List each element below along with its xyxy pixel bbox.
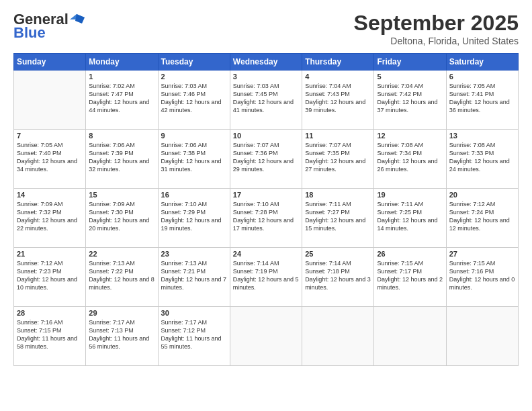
calendar-week-row: 28 Sunrise: 7:16 AM Sunset: 7:15 PM Dayl…	[14, 307, 519, 366]
day-number: 4	[305, 73, 371, 81]
day-number: 24	[233, 250, 299, 258]
col-thursday: Thursday	[302, 54, 374, 71]
day-info: Sunrise: 7:08 AM Sunset: 7:34 PM Dayligh…	[377, 141, 443, 174]
header: General Blue September 2025 Deltona, Flo…	[13, 11, 519, 46]
day-info: Sunrise: 7:15 AM Sunset: 7:17 PM Dayligh…	[377, 259, 443, 292]
table-row: 9 Sunrise: 7:06 AM Sunset: 7:38 PM Dayli…	[158, 130, 230, 189]
day-info: Sunrise: 7:11 AM Sunset: 7:25 PM Dayligh…	[377, 200, 443, 233]
day-info: Sunrise: 7:07 AM Sunset: 7:35 PM Dayligh…	[305, 141, 371, 174]
day-info: Sunrise: 7:17 AM Sunset: 7:13 PM Dayligh…	[89, 318, 154, 351]
table-row: 4 Sunrise: 7:04 AM Sunset: 7:43 PM Dayli…	[302, 71, 374, 130]
day-number: 17	[233, 191, 299, 199]
day-info: Sunrise: 7:03 AM Sunset: 7:45 PM Dayligh…	[233, 82, 299, 115]
day-number: 22	[89, 250, 154, 258]
day-info: Sunrise: 7:14 AM Sunset: 7:18 PM Dayligh…	[305, 259, 371, 292]
col-saturday: Saturday	[446, 54, 518, 71]
col-wednesday: Wednesday	[230, 54, 302, 71]
day-info: Sunrise: 7:15 AM Sunset: 7:16 PM Dayligh…	[449, 259, 515, 292]
table-row: 27 Sunrise: 7:15 AM Sunset: 7:16 PM Dayl…	[446, 248, 518, 307]
day-info: Sunrise: 7:05 AM Sunset: 7:41 PM Dayligh…	[449, 82, 515, 115]
day-number: 28	[17, 309, 83, 317]
table-row: 7 Sunrise: 7:05 AM Sunset: 7:40 PM Dayli…	[14, 130, 86, 189]
day-info: Sunrise: 7:02 AM Sunset: 7:47 PM Dayligh…	[89, 82, 154, 115]
day-info: Sunrise: 7:09 AM Sunset: 7:30 PM Dayligh…	[89, 200, 154, 233]
day-number: 23	[161, 250, 227, 258]
month-title: September 2025	[354, 11, 519, 36]
day-number: 18	[305, 191, 371, 199]
table-row: 13 Sunrise: 7:08 AM Sunset: 7:33 PM Dayl…	[446, 130, 518, 189]
day-number: 25	[305, 250, 371, 258]
day-info: Sunrise: 7:16 AM Sunset: 7:15 PM Dayligh…	[17, 318, 83, 351]
calendar-week-row: 14 Sunrise: 7:09 AM Sunset: 7:32 PM Dayl…	[14, 189, 519, 248]
day-number: 14	[17, 191, 83, 199]
day-number: 7	[17, 132, 83, 140]
table-row	[302, 307, 374, 366]
table-row: 5 Sunrise: 7:04 AM Sunset: 7:42 PM Dayli…	[374, 71, 446, 130]
day-number: 27	[449, 250, 515, 258]
logo-bird-icon	[70, 14, 85, 25]
day-info: Sunrise: 7:13 AM Sunset: 7:22 PM Dayligh…	[89, 259, 154, 292]
day-number: 5	[377, 73, 443, 81]
table-row: 12 Sunrise: 7:08 AM Sunset: 7:34 PM Dayl…	[374, 130, 446, 189]
title-block: September 2025 Deltona, Florida, United …	[354, 11, 519, 46]
svg-marker-1	[75, 14, 85, 24]
location: Deltona, Florida, United States	[354, 36, 519, 46]
day-number: 30	[161, 309, 227, 317]
col-monday: Monday	[86, 54, 158, 71]
day-number: 9	[161, 132, 227, 140]
day-info: Sunrise: 7:17 AM Sunset: 7:12 PM Dayligh…	[161, 318, 227, 351]
day-info: Sunrise: 7:03 AM Sunset: 7:46 PM Dayligh…	[161, 82, 227, 115]
day-info: Sunrise: 7:06 AM Sunset: 7:39 PM Dayligh…	[89, 141, 154, 174]
table-row: 29 Sunrise: 7:17 AM Sunset: 7:13 PM Dayl…	[86, 307, 158, 366]
table-row: 10 Sunrise: 7:07 AM Sunset: 7:36 PM Dayl…	[230, 130, 302, 189]
day-info: Sunrise: 7:10 AM Sunset: 7:28 PM Dayligh…	[233, 200, 299, 233]
day-number: 26	[377, 250, 443, 258]
calendar-week-row: 7 Sunrise: 7:05 AM Sunset: 7:40 PM Dayli…	[14, 130, 519, 189]
page: General Blue September 2025 Deltona, Flo…	[0, 0, 532, 411]
day-number: 6	[449, 73, 515, 81]
day-number: 8	[89, 132, 154, 140]
table-row: 23 Sunrise: 7:13 AM Sunset: 7:21 PM Dayl…	[158, 248, 230, 307]
table-row: 26 Sunrise: 7:15 AM Sunset: 7:17 PM Dayl…	[374, 248, 446, 307]
col-tuesday: Tuesday	[158, 54, 230, 71]
day-number: 16	[161, 191, 227, 199]
day-info: Sunrise: 7:14 AM Sunset: 7:19 PM Dayligh…	[233, 259, 299, 292]
day-number: 19	[377, 191, 443, 199]
table-row: 24 Sunrise: 7:14 AM Sunset: 7:19 PM Dayl…	[230, 248, 302, 307]
day-info: Sunrise: 7:12 AM Sunset: 7:23 PM Dayligh…	[17, 259, 83, 292]
table-row: 14 Sunrise: 7:09 AM Sunset: 7:32 PM Dayl…	[14, 189, 86, 248]
day-number: 13	[449, 132, 515, 140]
table-row: 25 Sunrise: 7:14 AM Sunset: 7:18 PM Dayl…	[302, 248, 374, 307]
table-row	[14, 71, 86, 130]
day-info: Sunrise: 7:04 AM Sunset: 7:43 PM Dayligh…	[305, 82, 371, 115]
table-row: 30 Sunrise: 7:17 AM Sunset: 7:12 PM Dayl…	[158, 307, 230, 366]
calendar-week-row: 1 Sunrise: 7:02 AM Sunset: 7:47 PM Dayli…	[14, 71, 519, 130]
table-row: 6 Sunrise: 7:05 AM Sunset: 7:41 PM Dayli…	[446, 71, 518, 130]
day-number: 10	[233, 132, 299, 140]
table-row: 18 Sunrise: 7:11 AM Sunset: 7:27 PM Dayl…	[302, 189, 374, 248]
table-row: 28 Sunrise: 7:16 AM Sunset: 7:15 PM Dayl…	[14, 307, 86, 366]
table-row: 1 Sunrise: 7:02 AM Sunset: 7:47 PM Dayli…	[86, 71, 158, 130]
table-row	[446, 307, 518, 366]
calendar-header-row: Sunday Monday Tuesday Wednesday Thursday…	[14, 54, 519, 71]
day-info: Sunrise: 7:04 AM Sunset: 7:42 PM Dayligh…	[377, 82, 443, 115]
table-row: 8 Sunrise: 7:06 AM Sunset: 7:39 PM Dayli…	[86, 130, 158, 189]
day-number: 20	[449, 191, 515, 199]
calendar-week-row: 21 Sunrise: 7:12 AM Sunset: 7:23 PM Dayl…	[14, 248, 519, 307]
table-row: 16 Sunrise: 7:10 AM Sunset: 7:29 PM Dayl…	[158, 189, 230, 248]
day-number: 29	[89, 309, 154, 317]
day-info: Sunrise: 7:11 AM Sunset: 7:27 PM Dayligh…	[305, 200, 371, 233]
table-row: 22 Sunrise: 7:13 AM Sunset: 7:22 PM Dayl…	[86, 248, 158, 307]
day-number: 3	[233, 73, 299, 81]
table-row: 3 Sunrise: 7:03 AM Sunset: 7:45 PM Dayli…	[230, 71, 302, 130]
logo-blue-text: Blue	[13, 24, 46, 42]
table-row: 20 Sunrise: 7:12 AM Sunset: 7:24 PM Dayl…	[446, 189, 518, 248]
table-row: 2 Sunrise: 7:03 AM Sunset: 7:46 PM Dayli…	[158, 71, 230, 130]
col-friday: Friday	[374, 54, 446, 71]
day-info: Sunrise: 7:12 AM Sunset: 7:24 PM Dayligh…	[449, 200, 515, 233]
table-row	[230, 307, 302, 366]
table-row: 15 Sunrise: 7:09 AM Sunset: 7:30 PM Dayl…	[86, 189, 158, 248]
table-row: 19 Sunrise: 7:11 AM Sunset: 7:25 PM Dayl…	[374, 189, 446, 248]
day-info: Sunrise: 7:09 AM Sunset: 7:32 PM Dayligh…	[17, 200, 83, 233]
day-number: 15	[89, 191, 154, 199]
